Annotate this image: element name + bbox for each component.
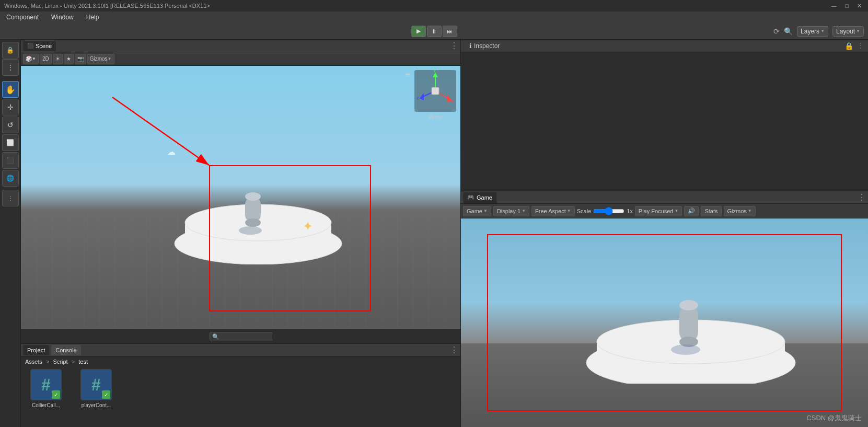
layers-dropdown[interactable]: Layers ▼ [797,26,828,37]
maximize-btn[interactable]: □ [843,3,851,9]
scene-tab-bar: ⬛ Scene ⋮ [21,40,460,52]
game-view-btn[interactable]: Game ▼ [463,206,491,216]
inspector-tab[interactable]: ℹ Inspector [465,41,504,51]
svg-point-7 [239,226,262,235]
search-icon[interactable]: 🔍 [784,27,793,36]
menu-bar: Component Window Help [0,11,868,23]
scene-hamburger[interactable]: ≡ [406,70,410,79]
layers-dropdown-arrow: ▼ [820,29,825,33]
play-focused-label: Play Focused [639,208,674,214]
history-icon[interactable]: ⟳ [773,27,780,36]
scene-tab-icon: ⬛ [27,43,33,49]
scale-tool[interactable]: ⬜ [2,134,19,151]
breadcrumb-script[interactable]: Script [53,359,68,365]
gizmos-arrow: ▼ [108,56,112,61]
gizmo-svg: Y X Z [414,70,456,112]
gizmos-game-arrow: ▼ [748,209,752,213]
pause-button[interactable]: ⏸ [427,26,442,37]
game-tab[interactable]: 🎮 Game [463,192,496,203]
layers-label: Layers [801,28,819,35]
scene-search-input[interactable] [210,332,272,341]
window-controls[interactable]: — □ ✕ [829,3,864,9]
inspector-more[interactable]: ⋮ [858,42,864,50]
inspector-tab-bar: ℹ Inspector 🔒 ⋮ [461,40,868,52]
layout-dropdown[interactable]: Layout ▼ [832,26,864,37]
breadcrumb-assets[interactable]: Assets [25,359,42,365]
gizmos-label: Gizmos [90,56,108,62]
more-tools-icon[interactable]: ⋮ [2,190,19,206]
asset-item-colliercall[interactable]: # ✓ CollierCall... [25,369,67,408]
svg-text:Z: Z [416,96,419,100]
move-tool[interactable]: ✛ [2,99,19,116]
right-panels: ℹ Inspector 🔒 ⋮ 🎮 Game ⋮ [460,40,868,427]
layout-dropdown-arrow: ▼ [856,29,860,33]
2d-btn[interactable]: 2D [40,54,52,64]
scale-label: Scale [577,208,592,214]
game-panel-menu[interactable]: ⋮ [858,192,866,202]
display-btn[interactable]: Display 1 ▼ [493,206,529,216]
scene-panel: ⬛ Scene ⋮ 🎲 ▼ 2D ☀ ★ 📷 Gizmos ▼ [21,40,460,427]
game-objects-svg [560,269,821,384]
more-options-icon[interactable]: ⋮ [2,59,19,76]
scale-slider[interactable] [593,207,624,215]
watermark: CSDN @鬼鬼骑士 [806,413,862,423]
scene-platform-area: ✦ [154,160,363,266]
scene-viewport[interactable]: ✦ [21,66,460,329]
toolbar-right: ⟳ 🔍 Layers ▼ Layout ▼ [773,26,864,37]
fx-btn[interactable]: ★ [64,54,74,64]
close-btn[interactable]: ✕ [855,3,864,9]
step-button[interactable]: ⏭ [443,26,457,37]
scene-panel-menu[interactable]: ⋮ [450,41,458,51]
game-dropdown-arrow: ▼ [483,209,488,213]
svg-point-28 [671,344,700,355]
breadcrumb-test[interactable]: test [78,359,88,365]
lock-icon[interactable]: 🔒 [2,42,19,59]
inspector-tab-icon: ℹ [469,42,472,50]
aspect-label: Free Aspect [535,208,566,214]
menu-help[interactable]: Help [84,13,101,22]
stats-btn[interactable]: Stats [701,206,721,216]
play-focused-arrow: ▼ [675,209,679,213]
gizmos-btn[interactable]: Gizmos ▼ [87,54,114,64]
game-objects [560,269,821,385]
scale-control: Scale 1x [577,207,633,215]
asset-item-playercont[interactable]: # ✓ playerCont... [75,369,117,408]
rect-tool[interactable]: ⬛ [2,152,19,169]
project-tab[interactable]: Project [23,345,49,355]
aspect-btn[interactable]: Free Aspect ▼ [531,206,575,216]
bottom-panel-menu[interactable]: ⋮ [450,345,458,355]
scene-tab[interactable]: ⬛ Scene [23,41,56,51]
game-viewport[interactable]: CSDN @鬼鬼骑士 [461,218,868,427]
svg-rect-18 [432,87,439,95]
inspector-tab-label: Inspector [474,42,500,50]
assets-grid: # ✓ CollierCall... # ✓ playerCont... [25,369,456,408]
main-toolbar: ▶ ⏸ ⏭ ⟳ 🔍 Layers ▼ Layout ▼ [0,23,868,40]
orientation-gizmo[interactable]: Y X Z Persp [414,70,456,112]
persp-label: Persp [414,114,456,120]
play-button[interactable]: ▶ [411,26,426,37]
scale-value: 1x [627,208,633,214]
audio-btn[interactable]: 🔊 [684,206,699,216]
rotate-tool[interactable]: ↺ [2,117,19,133]
bottom-panel-content: Assets > Script > test # ✓ CollierCall..… [21,356,460,427]
menu-component[interactable]: Component [4,13,41,22]
hand-tool[interactable]: ✋ [2,81,19,98]
layout-label: Layout [836,28,855,35]
inspector-lock[interactable]: 🔒 [844,42,853,50]
bottom-panel-tabs: Project Console ⋮ [21,344,460,356]
main-layout: 🔒 ⋮ ✋ ✛ ↺ ⬜ ⬛ 🌐 ⋮ ⬛ Scene ⋮ 🎲 ▼ 2D [0,40,868,427]
transform-tool[interactable]: 🌐 [2,170,19,187]
stats-label: Stats [704,208,717,214]
minimize-btn[interactable]: — [829,3,839,9]
bottom-panel: Project Console ⋮ Assets > Script > test… [21,343,460,427]
lighting-btn[interactable]: ☀ [53,54,63,64]
asset-name-playercont: playerCont... [82,402,111,408]
camera-btn[interactable]: 📷 [75,54,86,64]
console-tab[interactable]: Console [51,345,80,355]
scene-tab-label: Scene [36,43,52,49]
scene-persp-btn[interactable]: 🎲 ▼ [23,54,39,64]
play-focused-btn[interactable]: Play Focused ▼ [635,206,682,216]
gizmos-game-btn[interactable]: Gizmos ▼ [724,206,756,216]
asset-icon-colliercall: # ✓ [30,369,62,400]
menu-window[interactable]: Window [49,13,76,22]
